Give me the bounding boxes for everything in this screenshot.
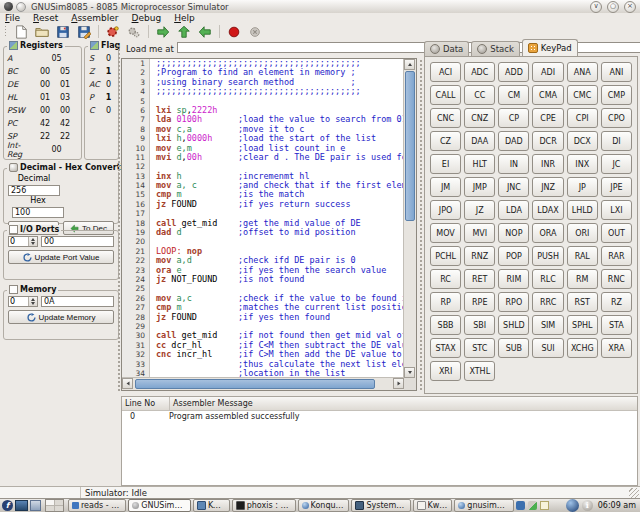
toolbar-handle[interactable]: [4, 25, 8, 38]
keypad-ana-button[interactable]: ANA: [567, 62, 598, 82]
keypad-cnc-button[interactable]: CNC: [430, 108, 461, 128]
keypad-hlt-button[interactable]: HLT: [464, 154, 495, 174]
menu-help[interactable]: Help: [174, 13, 195, 23]
spinner-steppers[interactable]: [28, 297, 37, 306]
toggle-breakpoint-button[interactable]: [224, 23, 244, 41]
assemble-button[interactable]: [103, 23, 123, 41]
keypad-cpi-button[interactable]: CPI: [567, 108, 598, 128]
keypad-add-button[interactable]: ADD: [498, 62, 529, 82]
keypad-inx-button[interactable]: INX: [567, 154, 598, 174]
keypad-out-button[interactable]: OUT: [601, 223, 632, 243]
keypad-ral-button[interactable]: RAL: [567, 246, 598, 266]
keypad-sta-button[interactable]: STA: [601, 315, 632, 335]
klipper-icon[interactable]: [516, 501, 525, 510]
keypad-jpo-button[interactable]: JPO: [430, 200, 461, 220]
right-pane-handle[interactable]: [419, 58, 423, 392]
tab-keypad[interactable]: KeyPad: [522, 39, 578, 56]
titlebar[interactable]: GNUSim8085 - 8085 Microprocessor Simulat…: [0, 0, 640, 14]
back-button[interactable]: [195, 23, 215, 41]
maximize-button[interactable]: ○: [607, 1, 619, 13]
keypad-shld-button[interactable]: SHLD: [498, 315, 529, 335]
keypad-cpe-button[interactable]: CPE: [532, 108, 563, 128]
keypad-sbi-button[interactable]: SBI: [464, 315, 495, 335]
keypad-ei-button[interactable]: EI: [430, 154, 461, 174]
assembler-message-row[interactable]: 0Program assembled successfully: [122, 411, 637, 423]
menu-debug[interactable]: Debug: [132, 13, 162, 23]
task-konqueror[interactable]: Konqueror: [298, 499, 350, 512]
task-system-acti[interactable]: System Acti: [351, 499, 410, 512]
keypad-rnc-button[interactable]: RNC: [601, 269, 632, 289]
update-memory-button[interactable]: Update Memory: [8, 310, 114, 324]
keypad-mov-button[interactable]: MOV: [430, 223, 461, 243]
keypad-rst-button[interactable]: RST: [567, 292, 598, 312]
scroll-down-arrow[interactable]: [404, 367, 415, 378]
keypad-sbb-button[interactable]: SBB: [430, 315, 461, 335]
keypad-di-button[interactable]: DI: [601, 131, 632, 151]
keypad-rim-button[interactable]: RIM: [498, 269, 529, 289]
keypad-lhld-button[interactable]: LHLD: [567, 200, 598, 220]
keypad-xri-button[interactable]: XRI: [430, 361, 461, 381]
keypad-jz-button[interactable]: JZ: [464, 200, 495, 220]
task-kcalc[interactable]: KCalc: [193, 499, 230, 512]
memory-address-spinner[interactable]: [8, 296, 38, 307]
keypad-dad-button[interactable]: DAD: [498, 131, 529, 151]
keypad-xchg-button[interactable]: XCHG: [567, 338, 598, 358]
keypad-stc-button[interactable]: STC: [464, 338, 495, 358]
keypad-inr-button[interactable]: INR: [532, 154, 563, 174]
new-file-button[interactable]: [11, 23, 31, 41]
keypad-jpe-button[interactable]: JPE: [601, 177, 632, 197]
pager-desktop-3[interactable]: [46, 506, 54, 511]
keypad-push-button[interactable]: PUSH: [532, 246, 563, 266]
spinner-steppers[interactable]: [28, 237, 37, 246]
memory-address-input[interactable]: [9, 297, 28, 306]
keypad-cmp-button[interactable]: CMP: [601, 85, 632, 105]
keypad-xra-button[interactable]: XRA: [601, 338, 632, 358]
pager-desktop-1[interactable]: [46, 500, 54, 505]
keypad-jc-button[interactable]: JC: [601, 154, 632, 174]
keypad-sub-button[interactable]: SUB: [498, 338, 529, 358]
keypad-jnz-button[interactable]: JNZ: [532, 177, 563, 197]
port-value-input[interactable]: [41, 236, 114, 247]
hex-input[interactable]: [12, 207, 64, 218]
code-editor[interactable]: 1;;;;;;;;;;;;;;;;;;;;;;;;;;;;;;;;;;;;;;;…: [121, 58, 417, 391]
vertical-scrollbar[interactable]: [403, 59, 416, 378]
keypad-dcx-button[interactable]: DCX: [567, 131, 598, 151]
keypad-jmp-button[interactable]: JMP: [464, 177, 495, 197]
keypad-dcr-button[interactable]: DCR: [532, 131, 563, 151]
keypad-sim-button[interactable]: SIM: [532, 315, 563, 335]
keypad-ani-button[interactable]: ANI: [601, 62, 632, 82]
scroll-right-arrow[interactable]: [393, 378, 404, 389]
keypad-mvi-button[interactable]: MVI: [464, 223, 495, 243]
keypad-ldax-button[interactable]: LDAX: [532, 200, 563, 220]
keypad-jm-button[interactable]: JM: [430, 177, 461, 197]
task-reads-dolp[interactable]: reads - Dolp: [68, 499, 126, 512]
keypad-rz-button[interactable]: RZ: [601, 292, 632, 312]
keypad-rrc-button[interactable]: RRC: [532, 292, 563, 312]
keypad-sphl-button[interactable]: SPHL: [567, 315, 598, 335]
start-menu-button[interactable]: f: [2, 500, 13, 511]
keypad-cp-button[interactable]: CP: [498, 108, 529, 128]
home-icon[interactable]: [30, 500, 41, 511]
keypad-call-button[interactable]: CALL: [430, 85, 461, 105]
keypad-nop-button[interactable]: NOP: [498, 223, 529, 243]
port-address-input[interactable]: [9, 237, 28, 246]
keypad-cnz-button[interactable]: CNZ: [464, 108, 495, 128]
clear-breakpoints-button[interactable]: [245, 23, 265, 41]
resize-grip[interactable]: [629, 488, 639, 498]
keypad-cm-button[interactable]: CM: [498, 85, 529, 105]
vertical-scroll-thumb[interactable]: [405, 71, 415, 221]
keypad-lxi-button[interactable]: LXI: [601, 200, 632, 220]
keypad-cmc-button[interactable]: CMC: [567, 85, 598, 105]
task-gnusim8085[interactable]: GNUSim8085: [128, 499, 191, 512]
keypad-jnc-button[interactable]: JNC: [498, 177, 529, 197]
keypad-stax-button[interactable]: STAX: [430, 338, 461, 358]
run-button[interactable]: [153, 23, 173, 41]
keypad-rpe-button[interactable]: RPE: [464, 292, 495, 312]
keypad-cma-button[interactable]: CMA: [532, 85, 563, 105]
menu-file[interactable]: File: [5, 13, 20, 23]
horizontal-scrollbar[interactable]: [122, 377, 404, 390]
keypad-xthl-button[interactable]: XTHL: [464, 361, 495, 381]
keypad-rar-button[interactable]: RAR: [601, 246, 632, 266]
task-kwrite[interactable]: Kwrite: [413, 499, 453, 512]
keypad-pop-button[interactable]: POP: [498, 246, 529, 266]
